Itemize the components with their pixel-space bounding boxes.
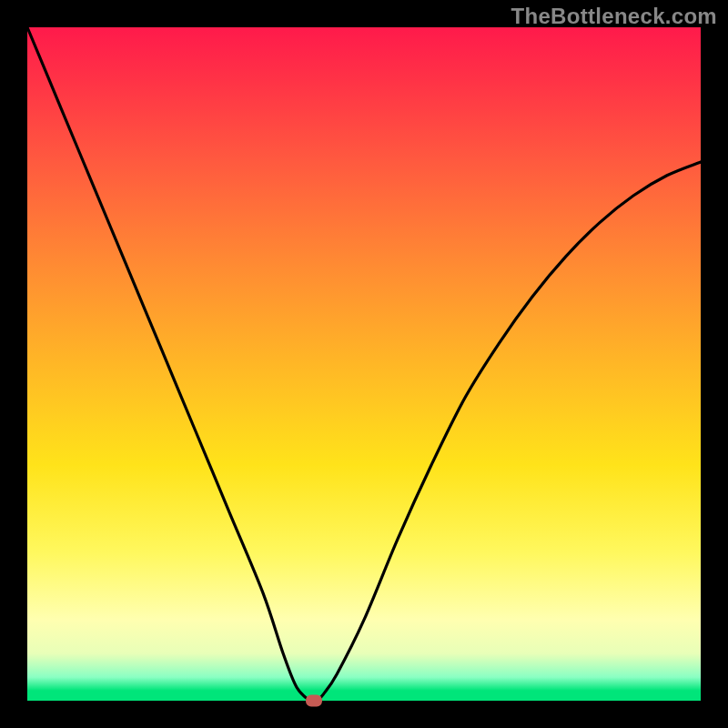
optimal-point-marker (306, 695, 322, 707)
plot-area (27, 27, 701, 701)
bottleneck-curve (27, 27, 701, 701)
chart-frame: TheBottleneck.com (0, 0, 728, 728)
watermark-text: TheBottleneck.com (511, 4, 717, 29)
